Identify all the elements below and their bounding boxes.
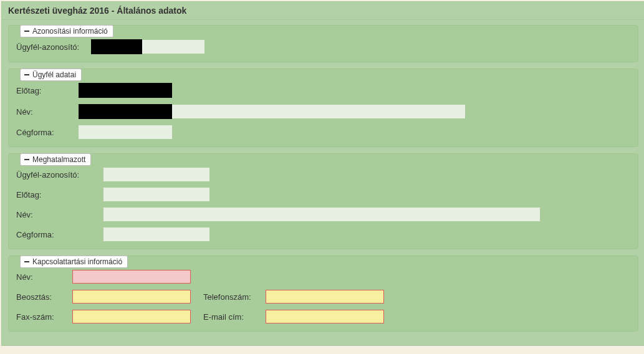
legend-customer-label: Ügyfél adatai <box>32 70 76 79</box>
legend-contact-label: Kapcsolattartási információ <box>32 257 122 266</box>
legend-authorized-label: Meghatalmazott <box>32 155 85 164</box>
page: Kertészeti üvegház 2016 - Általános adat… <box>1 1 644 346</box>
label-contact-phone: Telefonszám: <box>203 292 266 302</box>
contact-phone-input[interactable] <box>266 290 384 304</box>
auth-name-input[interactable] <box>103 208 540 221</box>
row-contact-name: Név: <box>16 270 630 284</box>
legend-authorized[interactable]: Meghatalmazott <box>20 153 91 166</box>
label-auth-company: Cégforma: <box>16 230 103 239</box>
row-company: Cégforma: <box>16 125 630 139</box>
contact-name-input[interactable] <box>72 270 191 284</box>
row-customer-id: Ügyfél-azonosító: <box>16 39 630 54</box>
auth-prefix-input[interactable] <box>103 188 209 201</box>
legend-identification[interactable]: Azonosítási információ <box>20 25 113 37</box>
auth-customer-id-input[interactable] <box>103 168 209 181</box>
row-contact-role-phone: Beosztás: Telefonszám: <box>16 290 630 304</box>
label-prefix: Előtag: <box>16 86 79 95</box>
name-input[interactable] <box>172 105 465 118</box>
row-prefix: Előtag: <box>16 83 630 98</box>
label-auth-customer-id: Ügyfél-azonosító: <box>16 170 103 179</box>
row-auth-company: Cégforma: <box>16 227 630 241</box>
label-name: Név: <box>16 107 79 117</box>
minus-icon <box>24 74 29 75</box>
label-customer-id: Ügyfél-azonosító: <box>16 42 91 52</box>
customer-id-redacted <box>91 39 142 54</box>
row-auth-customer-id: Ügyfél-azonosító: <box>16 168 630 181</box>
section-identification: Azonosítási információ Ügyfél-azonosító: <box>8 25 638 62</box>
row-contact-fax-email: Fax-szám: E-mail cím: <box>16 310 630 323</box>
section-customer: Ügyfél adatai Előtag: Név: Cégforma: <box>8 69 638 147</box>
name-redacted <box>79 104 172 119</box>
legend-contact[interactable]: Kapcsolattartási információ <box>20 256 128 268</box>
row-auth-prefix: Előtag: <box>16 188 630 201</box>
label-contact-fax: Fax-szám: <box>16 312 72 322</box>
section-authorized: Meghatalmazott Ügyfél-azonosító: Előtag:… <box>8 153 638 249</box>
label-auth-prefix: Előtag: <box>16 190 103 199</box>
contact-role-input[interactable] <box>72 290 191 304</box>
minus-icon <box>24 31 29 32</box>
section-contact: Kapcsolattartási információ Név: Beosztá… <box>8 256 638 332</box>
contact-email-input[interactable] <box>266 310 384 323</box>
minus-icon <box>24 261 29 262</box>
legend-customer[interactable]: Ügyfél adatai <box>20 69 82 81</box>
label-contact-email: E-mail cím: <box>203 312 266 322</box>
row-name: Név: <box>16 104 630 119</box>
company-input[interactable] <box>79 125 172 139</box>
label-company: Cégforma: <box>16 128 79 137</box>
page-title: Kertészeti üvegház 2016 - Általános adat… <box>1 1 644 20</box>
label-contact-name: Név: <box>16 272 72 282</box>
prefix-redacted <box>79 83 172 98</box>
label-auth-name: Név: <box>16 210 103 219</box>
customer-id-input[interactable] <box>142 40 204 54</box>
auth-company-input[interactable] <box>103 227 209 241</box>
content: Azonosítási információ Ügyfél-azonosító:… <box>1 20 644 346</box>
label-contact-role: Beosztás: <box>16 292 72 302</box>
row-auth-name: Név: <box>16 208 630 221</box>
customer-id-group <box>91 39 204 54</box>
contact-fax-input[interactable] <box>72 310 191 323</box>
name-group <box>79 104 465 119</box>
minus-icon <box>24 159 29 160</box>
legend-identification-label: Azonosítási információ <box>32 27 108 36</box>
